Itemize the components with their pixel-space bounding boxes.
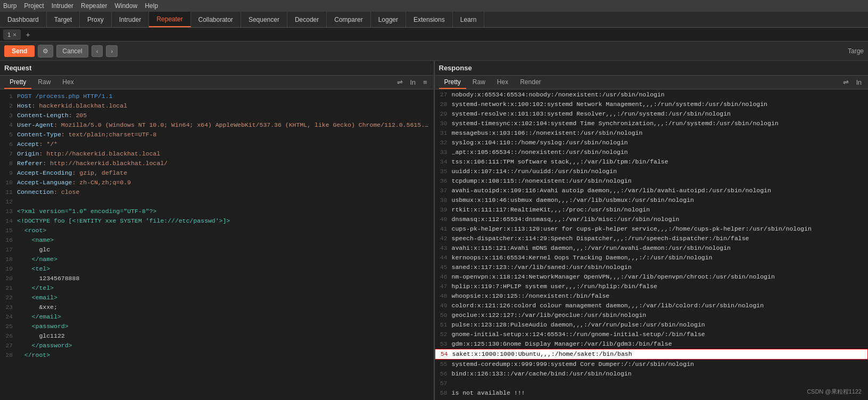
response-title: Response bbox=[439, 64, 472, 72]
line-number: 4 bbox=[2, 120, 17, 130]
line-number: 35 bbox=[437, 167, 452, 176]
tab-close[interactable]: × bbox=[13, 31, 16, 38]
request-tab-hex[interactable]: Hex bbox=[57, 76, 79, 89]
line-number: 11 bbox=[2, 187, 17, 197]
line-number: 6 bbox=[2, 140, 17, 149]
tab-bar: 1 × + bbox=[0, 28, 868, 42]
request-ln-icon[interactable]: ln bbox=[408, 77, 418, 87]
line-number: 1 bbox=[2, 92, 17, 101]
line-content: is not available !!! bbox=[452, 388, 866, 398]
tab-learn[interactable]: Learn bbox=[453, 12, 485, 27]
line-number: 13 bbox=[2, 207, 17, 216]
tab-sequencer[interactable]: Sequencer bbox=[241, 12, 287, 27]
nav-fwd-button[interactable]: › bbox=[106, 45, 118, 57]
line-content: </password> bbox=[17, 341, 432, 350]
response-tab-render[interactable]: Render bbox=[515, 76, 546, 89]
tab-comparer[interactable]: Comparer bbox=[327, 12, 370, 27]
line-number: 41 bbox=[437, 224, 452, 234]
table-row: 39rtkit:x:111:117:RealtimeKit,,,:/proc:/… bbox=[435, 205, 869, 215]
response-ln-icon[interactable]: ln bbox=[854, 77, 864, 87]
tab-add[interactable]: + bbox=[23, 30, 34, 39]
line-number: 56 bbox=[437, 369, 452, 379]
tab-decoder[interactable]: Decoder bbox=[287, 12, 327, 27]
line-content: glc1122 bbox=[17, 331, 432, 341]
menu-repeater[interactable]: Repeater bbox=[81, 2, 107, 10]
main-area: Request Pretty Raw Hex ⇌ ln ≡ 1POST /pro… bbox=[0, 61, 868, 400]
line-content: avahi-autoipd:x:109:116:Avahi autoip dae… bbox=[452, 186, 866, 195]
tab-collaborator[interactable]: Collaborator bbox=[191, 12, 241, 27]
line-number: 38 bbox=[437, 195, 452, 205]
request-pane: Request Pretty Raw Hex ⇌ ln ≡ 1POST /pro… bbox=[0, 61, 435, 400]
line-number: 49 bbox=[437, 301, 452, 311]
table-row: 41cups-pk-helper:x:113:120:user for cups… bbox=[435, 224, 869, 234]
table-row: 22 <email> bbox=[0, 293, 434, 303]
line-number: 25 bbox=[2, 322, 17, 331]
request-tab-pretty[interactable]: Pretty bbox=[4, 76, 31, 89]
line-number: 50 bbox=[437, 311, 452, 320]
request-tab-raw[interactable]: Raw bbox=[32, 76, 56, 89]
table-row: 25 <password> bbox=[0, 322, 434, 331]
tab-intruder[interactable]: Intruder bbox=[112, 12, 149, 27]
table-row: 16 <name> bbox=[0, 235, 434, 245]
line-number: 28 bbox=[2, 350, 17, 360]
menu-intruder[interactable]: Intruder bbox=[52, 2, 73, 10]
menu-help[interactable]: Help bbox=[145, 2, 158, 10]
table-row: 11Connection: close bbox=[0, 187, 434, 197]
table-row: 6Accept: */* bbox=[0, 140, 434, 149]
line-number: 40 bbox=[437, 215, 452, 224]
table-row: 29systemd-resolve:x:101:103:systemd Reso… bbox=[435, 109, 869, 119]
line-content: <password> bbox=[17, 322, 432, 331]
table-row: 17 glc bbox=[0, 245, 434, 255]
request-wrap-icon[interactable]: ⇌ bbox=[395, 77, 405, 87]
response-wrap-icon[interactable]: ⇌ bbox=[841, 77, 851, 87]
request-menu-icon[interactable]: ≡ bbox=[421, 77, 429, 87]
table-row: 34tss:x:106:111:TPM software stack,,,:/v… bbox=[435, 157, 869, 167]
tab-proxy[interactable]: Proxy bbox=[80, 12, 112, 27]
response-code-area[interactable]: 20uucp:x:10:10:uucp:/var/spool/uucp:/usr… bbox=[435, 89, 869, 400]
table-row: 58is not available !!! bbox=[435, 388, 869, 398]
line-number: 20 bbox=[2, 274, 17, 283]
menu-project[interactable]: Project bbox=[24, 2, 44, 10]
table-row: 48whoopsie:x:120:125::/nonexistent:/bin/… bbox=[435, 291, 869, 301]
line-number: 45 bbox=[437, 263, 452, 272]
line-content: Content-Length: 205 bbox=[17, 111, 432, 120]
repeater-tab-1[interactable]: 1 × bbox=[3, 29, 21, 40]
line-content: glc bbox=[17, 245, 432, 255]
line-content: POST /process.php HTTP/1.1 bbox=[17, 92, 432, 101]
tab-repeater[interactable]: Repeater bbox=[149, 12, 191, 27]
line-number: 14 bbox=[2, 216, 17, 226]
line-content: systemd-timesync:x:102:104:systemd Time … bbox=[452, 119, 866, 128]
table-row: 7Origin: http://hackerkid.blackhat.local bbox=[0, 149, 434, 159]
line-content: hplip:x:119:7:HPLIP system user,,,:/run/… bbox=[452, 282, 866, 291]
menu-burp[interactable]: Burp bbox=[3, 2, 16, 10]
line-content: </tel> bbox=[17, 283, 432, 293]
cancel-button[interactable]: Cancel bbox=[56, 45, 88, 58]
table-row: 13<?xml version="1.0" encoding="UTF-8"?> bbox=[0, 207, 434, 216]
table-row: 1POST /process.php HTTP/1.1 bbox=[0, 92, 434, 101]
tab-logger[interactable]: Logger bbox=[371, 12, 406, 27]
response-tab-pretty[interactable]: Pretty bbox=[439, 76, 466, 89]
line-number: 23 bbox=[2, 303, 17, 312]
response-tab-hex[interactable]: Hex bbox=[492, 76, 514, 89]
settings-button[interactable]: ⚙ bbox=[38, 45, 53, 58]
table-row: 4User-Agent: Mozilla/5.0 (Windows NT 10.… bbox=[0, 120, 434, 130]
line-content: &xxe; bbox=[17, 303, 432, 312]
table-row: 38usbmux:x:110:46:usbmux daemon,,,:/var/… bbox=[435, 195, 869, 205]
tab-extensions[interactable]: Extensions bbox=[406, 12, 453, 27]
send-button[interactable]: Send bbox=[4, 45, 35, 57]
line-content: Accept: */* bbox=[17, 140, 432, 149]
nav-tabs: Dashboard Target Proxy Intruder Repeater… bbox=[0, 12, 868, 28]
tab-target[interactable]: Target bbox=[47, 12, 80, 27]
line-content: saket:x:1000:1000:Ubuntu,,,:/home/saket:… bbox=[452, 349, 866, 359]
line-content: Accept-Language: zh-CN,zh;q=0.9 bbox=[17, 178, 432, 187]
line-content: <name> bbox=[17, 235, 432, 245]
nav-back-button[interactable]: ‹ bbox=[92, 45, 103, 57]
line-content: bind:x:126:133::/var/cache/bind:/usr/sbi… bbox=[452, 369, 866, 379]
menu-window[interactable]: Window bbox=[114, 2, 137, 10]
line-content: gdm:x:125:130:Gnome Display Manager:/var… bbox=[452, 339, 866, 349]
table-row: 32syslog:x:104:110::/home/syslog:/usr/sb… bbox=[435, 138, 869, 148]
tab-dashboard[interactable]: Dashboard bbox=[0, 12, 47, 27]
table-row: 55systemd-coredump:x:999:999:systemd Cor… bbox=[435, 360, 869, 369]
request-code-area[interactable]: 1POST /process.php HTTP/1.12Host: hacker… bbox=[0, 89, 434, 400]
response-tab-raw[interactable]: Raw bbox=[467, 76, 491, 89]
